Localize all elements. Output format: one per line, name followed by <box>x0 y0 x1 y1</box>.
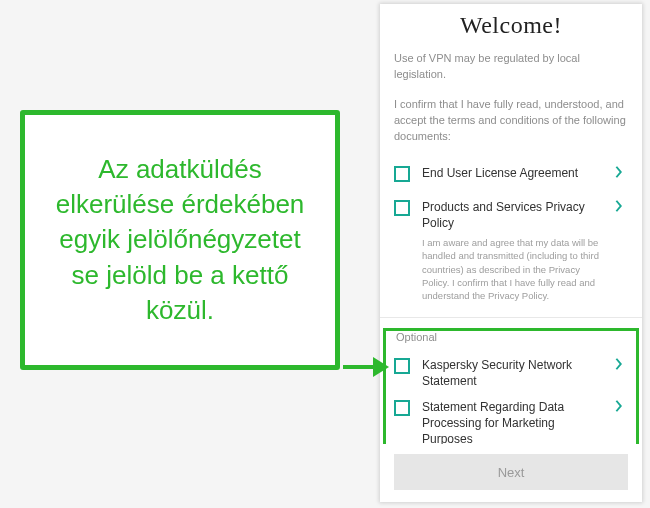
page-title: Welcome! <box>394 12 628 39</box>
next-button[interactable]: Next <box>394 454 628 490</box>
welcome-screen: Welcome! Use of VPN may be regulated by … <box>380 4 642 502</box>
chevron-right-icon[interactable] <box>614 357 628 375</box>
annotation-text: Az adatküldés elkerülése érdekében egyik… <box>55 152 305 327</box>
checkbox-ksn[interactable] <box>394 358 410 374</box>
doc-row-ksn[interactable]: Kaspersky Security Network Statement <box>394 353 628 395</box>
footer: Next <box>380 444 642 502</box>
optional-heading: Optional <box>396 331 628 343</box>
confirm-intro-text: I confirm that I have fully read, unders… <box>394 97 628 145</box>
doc-label: Statement Regarding Data Processing for … <box>422 399 602 444</box>
doc-row-eula[interactable]: End User License Agreement <box>394 161 628 195</box>
checkbox-marketing[interactable] <box>394 400 410 416</box>
regulation-note: Use of VPN may be regulated by local leg… <box>394 51 628 83</box>
highlight-box: Optional Kaspersky Security Network Stat… <box>383 328 639 444</box>
annotation-callout: Az adatküldés elkerülése érdekében egyik… <box>20 110 340 370</box>
doc-row-privacy[interactable]: Products and Services Privacy Policy I a… <box>394 195 628 315</box>
doc-label: Products and Services Privacy Policy <box>422 199 602 231</box>
checkbox-privacy[interactable] <box>394 200 410 216</box>
doc-label: End User License Agreement <box>422 165 602 181</box>
doc-desc: I am aware and agree that my data will b… <box>422 236 602 302</box>
chevron-right-icon[interactable] <box>614 399 628 417</box>
checkbox-eula[interactable] <box>394 166 410 182</box>
chevron-right-icon[interactable] <box>614 199 628 217</box>
annotation-arrow-head <box>373 357 389 377</box>
doc-row-marketing[interactable]: Statement Regarding Data Processing for … <box>394 395 628 444</box>
welcome-content: Welcome! Use of VPN may be regulated by … <box>380 4 642 444</box>
optional-section: Optional Kaspersky Security Network Stat… <box>380 318 642 444</box>
doc-label: Kaspersky Security Network Statement <box>422 357 602 389</box>
chevron-right-icon[interactable] <box>614 165 628 183</box>
